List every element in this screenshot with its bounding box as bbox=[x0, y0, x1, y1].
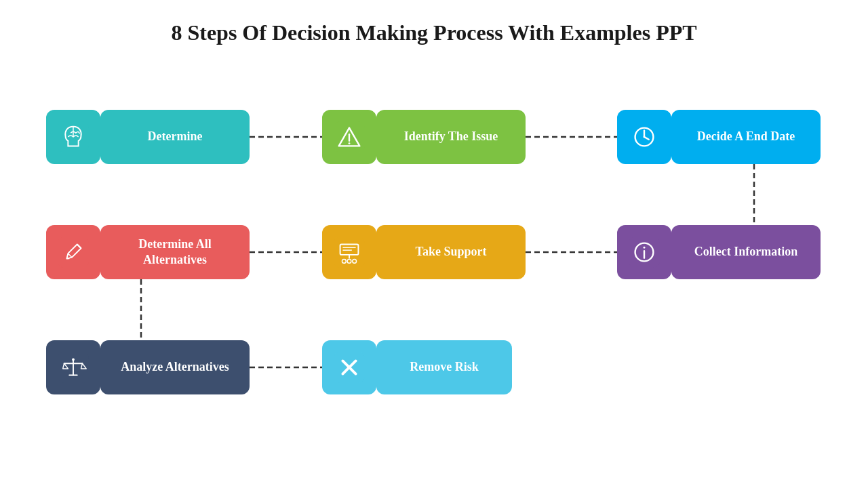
remove-icon-box bbox=[322, 340, 376, 394]
analyze-label: Analyze Alternatives bbox=[100, 340, 250, 394]
determine-label: Determine bbox=[100, 110, 250, 164]
scales-icon bbox=[58, 352, 89, 383]
identify-label: Identify The Issue bbox=[376, 110, 526, 164]
step-support: Take Support bbox=[322, 225, 526, 279]
clock-icon bbox=[629, 121, 660, 152]
step-det-alt: Determine All Alternatives bbox=[46, 225, 250, 279]
decide-label: Decide A End Date bbox=[671, 110, 821, 164]
diagram: Determine Identify The Issue bbox=[27, 73, 841, 452]
step-determine: Determine bbox=[46, 110, 250, 164]
page-title: 8 Steps Of Decision Making Process With … bbox=[27, 20, 841, 45]
meeting-icon bbox=[334, 237, 365, 268]
pencil-icon bbox=[58, 237, 89, 268]
step-analyze: Analyze Alternatives bbox=[46, 340, 250, 394]
svg-rect-11 bbox=[58, 237, 89, 268]
warning-icon bbox=[334, 121, 365, 152]
svg-point-10 bbox=[644, 136, 646, 138]
analyze-icon-box bbox=[46, 340, 100, 394]
page: 8 Steps Of Decision Making Process With … bbox=[0, 0, 868, 488]
det-alt-label: Determine All Alternatives bbox=[100, 225, 250, 279]
decide-icon-box bbox=[617, 110, 671, 164]
info-icon bbox=[629, 237, 660, 268]
brain-icon bbox=[58, 121, 89, 152]
x-icon bbox=[334, 352, 365, 383]
determine-icon-box bbox=[46, 110, 100, 164]
step-decide: Decide A End Date bbox=[617, 110, 821, 164]
svg-point-23 bbox=[644, 247, 646, 249]
step-identify: Identify The Issue bbox=[322, 110, 526, 164]
det-alt-icon-box bbox=[46, 225, 100, 279]
step-collect: Collect Information bbox=[617, 225, 821, 279]
svg-point-28 bbox=[72, 359, 75, 361]
collect-label: Collect Information bbox=[671, 225, 821, 279]
support-label: Take Support bbox=[376, 225, 526, 279]
remove-label: Remove Risk bbox=[376, 340, 512, 394]
collect-icon-box bbox=[617, 225, 671, 279]
identify-icon-box bbox=[322, 110, 376, 164]
svg-point-5 bbox=[349, 142, 351, 144]
support-icon-box bbox=[322, 225, 376, 279]
step-remove: Remove Risk bbox=[322, 340, 512, 394]
